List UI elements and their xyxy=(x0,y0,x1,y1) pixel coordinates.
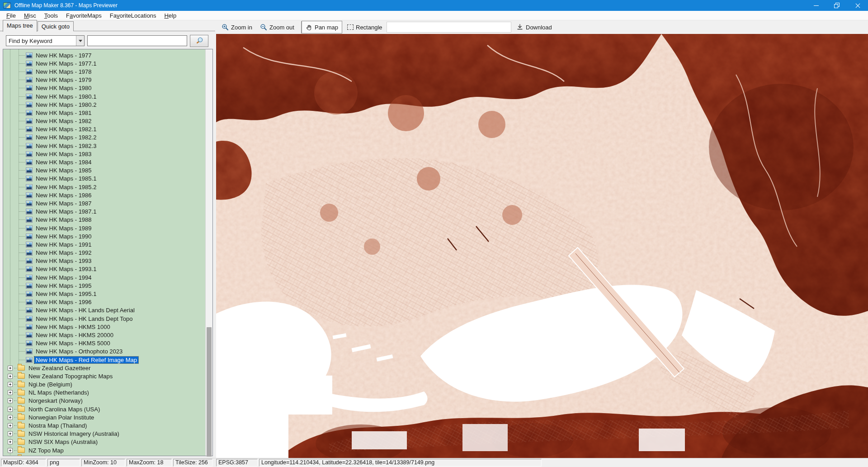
expand-icon[interactable] xyxy=(8,374,13,379)
menu-misc[interactable]: Misc xyxy=(20,11,40,20)
tree-item[interactable]: New HK Maps - Orthophoto 2023 xyxy=(3,348,205,356)
tree-folder-item[interactable]: NL Maps (Netherlands) xyxy=(3,389,205,397)
tree-item[interactable]: New HK Maps - HK Lands Dept Aerial xyxy=(3,306,205,315)
map-layer-icon xyxy=(26,200,33,206)
tree-item[interactable]: New HK Maps - 1993.1 xyxy=(3,265,205,273)
tree-item[interactable]: New HK Maps - 1993 xyxy=(3,257,205,265)
close-button[interactable] xyxy=(847,0,868,11)
expand-icon[interactable] xyxy=(8,382,13,387)
search-button[interactable] xyxy=(190,35,208,47)
expand-icon[interactable] xyxy=(8,423,13,428)
tree-item[interactable]: New HK Maps - 1982.2 xyxy=(3,133,205,142)
minimize-button[interactable] xyxy=(806,0,826,11)
tree-item-selected[interactable]: New HK Maps - Red Relief Image Map xyxy=(3,356,205,364)
download-label: Download xyxy=(526,24,552,31)
expand-icon[interactable] xyxy=(8,415,13,420)
tree-item[interactable]: New HK Maps - 1984 xyxy=(3,158,205,166)
tree-item[interactable]: New HK Maps - 1985.1 xyxy=(3,175,205,183)
tree-folder-item[interactable]: Norgeskart (Norway) xyxy=(3,397,205,405)
zoom-out-button[interactable]: Zoom out xyxy=(258,22,296,33)
tree-folder-item[interactable]: North Carolina Maps (USA) xyxy=(3,405,205,413)
expand-icon[interactable] xyxy=(8,366,13,371)
tree-item[interactable]: New HK Maps - 1977 xyxy=(3,51,205,59)
tab-quick-goto[interactable]: Quick goto xyxy=(38,21,74,31)
tree-item[interactable]: New HK Maps - HKMS 20000 xyxy=(3,331,205,339)
tree-folder-item[interactable]: Nostra Map (Thailand) xyxy=(3,421,205,429)
tree-item[interactable]: New HK Maps - 1981 xyxy=(3,109,205,117)
dropdown-arrow-button[interactable] xyxy=(76,36,84,46)
tree-folder-label: Norwegian Polar Institute xyxy=(27,414,95,421)
zoom-in-icon xyxy=(222,24,229,31)
tree-item[interactable]: New HK Maps - 1986 xyxy=(3,191,205,199)
tree-item[interactable]: New HK Maps - 1987.1 xyxy=(3,208,205,216)
tree-item[interactable]: New HK Maps - 1982.1 xyxy=(3,125,205,133)
rectangle-select-button[interactable]: Rectangle xyxy=(345,22,384,33)
menu-favoritelocations[interactable]: FavoriteLocations xyxy=(106,11,160,20)
tree-item[interactable]: New HK Maps - 1991 xyxy=(3,240,205,248)
tree-item[interactable]: New HK Maps - 1980.1 xyxy=(3,92,205,100)
toolbar-input[interactable] xyxy=(387,22,511,33)
tree-connector xyxy=(19,55,25,56)
tree-item[interactable]: New HK Maps - 1985.2 xyxy=(3,183,205,191)
expand-icon[interactable] xyxy=(8,390,13,395)
tree-folder-item[interactable]: NZ Topo Map xyxy=(3,446,205,454)
tree-item[interactable]: New HK Maps - 1995 xyxy=(3,281,205,290)
tree-connector xyxy=(19,219,25,220)
tree-item[interactable]: New HK Maps - 1978 xyxy=(3,67,205,76)
tree-item[interactable]: New HK Maps - 1996 xyxy=(3,298,205,306)
tree-item[interactable]: New HK Maps - 1990 xyxy=(3,232,205,240)
folder-icon xyxy=(18,406,25,412)
tree-item[interactable]: New HK Maps - 1982.3 xyxy=(3,142,205,150)
tree-connector xyxy=(19,228,25,229)
tree-item[interactable]: New HK Maps - 1982 xyxy=(3,117,205,125)
tree-item[interactable]: New HK Maps - 1995.1 xyxy=(3,290,205,298)
expand-icon[interactable] xyxy=(8,448,13,453)
expand-icon[interactable] xyxy=(8,398,13,403)
tree-folder-item[interactable]: Omniscale xyxy=(3,454,205,456)
zoom-out-icon xyxy=(260,24,267,31)
expand-icon[interactable] xyxy=(8,431,13,436)
keyword-search-input[interactable] xyxy=(87,35,187,46)
tree-item[interactable]: New HK Maps - 1985 xyxy=(3,167,205,175)
zoom-in-button[interactable]: Zoom in xyxy=(220,22,254,33)
scrollbar-thumb[interactable] xyxy=(207,327,212,457)
tree-folder-item[interactable]: New Zealand Gazetteer xyxy=(3,364,205,372)
tree-item[interactable]: New HK Maps - 1980.2 xyxy=(3,100,205,109)
menu-tools[interactable]: Tools xyxy=(40,11,62,20)
map-viewport[interactable] xyxy=(216,34,868,458)
menu-help[interactable]: Help xyxy=(160,11,180,20)
menu-file[interactable]: File xyxy=(2,11,20,20)
tree-item[interactable]: New HK Maps - 1977.1 xyxy=(3,59,205,67)
menu-favoritemaps[interactable]: FavoriteMaps xyxy=(62,11,106,20)
tree-item[interactable]: New HK Maps - HKMS 5000 xyxy=(3,339,205,348)
folder-icon xyxy=(18,448,25,453)
pan-map-button[interactable]: Pan map xyxy=(302,21,342,33)
tree-item[interactable]: New HK Maps - 1980 xyxy=(3,84,205,92)
tree-item[interactable]: New HK Maps - 1994 xyxy=(3,273,205,281)
tree-item[interactable]: New HK Maps - HK Lands Dept Topo xyxy=(3,315,205,323)
tree-folder-item[interactable]: New Zealand Topographic Maps xyxy=(3,372,205,380)
download-icon xyxy=(516,24,524,31)
download-button[interactable]: Download xyxy=(514,22,554,33)
tab-maps-tree[interactable]: Maps tree xyxy=(3,20,37,32)
tree-folder-item[interactable]: NSW SIX Maps (Australia) xyxy=(3,438,205,446)
tree-item[interactable]: New HK Maps - 1989 xyxy=(3,224,205,232)
tree-item[interactable]: New HK Maps - 1992 xyxy=(3,249,205,257)
tree-item[interactable]: New HK Maps - 1983 xyxy=(3,150,205,158)
tree-vertical-scrollbar[interactable] xyxy=(205,49,212,456)
tree-item[interactable]: New HK Maps - HKMS 1000 xyxy=(3,323,205,331)
restore-button[interactable] xyxy=(826,0,847,11)
tree-item[interactable]: New HK Maps - 1987 xyxy=(3,199,205,207)
tree-folder-item[interactable]: Ngi.be (Belgium) xyxy=(3,381,205,389)
expand-icon[interactable] xyxy=(8,439,13,444)
expand-icon[interactable] xyxy=(8,407,13,412)
map-canvas[interactable] xyxy=(216,34,868,458)
tree-item[interactable]: New HK Maps - 1979 xyxy=(3,76,205,84)
tree-item-label: New HK Maps - 1985.2 xyxy=(34,184,98,191)
tree-folder-label: NSW SIX Maps (Australia) xyxy=(27,438,99,445)
tree-folder-item[interactable]: Norwegian Polar Institute xyxy=(3,413,205,421)
tree-connector xyxy=(19,105,25,105)
tree-folder-item[interactable]: NSW Historical Imagery (Australia) xyxy=(3,430,205,438)
find-mode-dropdown[interactable]: Find by Keyword xyxy=(6,35,85,46)
tree-item[interactable]: New HK Maps - 1988 xyxy=(3,216,205,224)
